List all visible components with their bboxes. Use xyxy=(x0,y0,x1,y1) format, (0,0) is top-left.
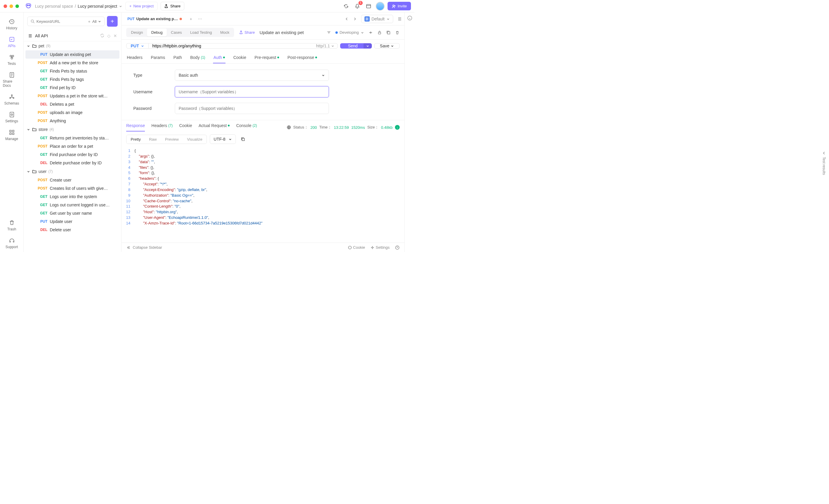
save-button[interactable]: Save xyxy=(374,43,400,48)
avatar[interactable] xyxy=(376,2,385,11)
share-button[interactable]: Share xyxy=(160,2,185,10)
prev-tab-icon[interactable] xyxy=(345,17,349,21)
api-row[interactable]: PUTUpdate an existing pet xyxy=(26,50,119,59)
mode-design[interactable]: Design xyxy=(127,29,147,36)
resp-tab-cookie[interactable]: Cookie xyxy=(179,123,192,131)
new-project-button[interactable]: + New project xyxy=(125,2,157,10)
tab-post-response[interactable]: Post-response xyxy=(287,52,318,63)
api-row[interactable]: GETFind pet by ID xyxy=(24,83,121,92)
info-icon[interactable] xyxy=(407,15,412,21)
request-tab[interactable]: PUT Update an existing p… xyxy=(124,14,185,24)
api-row[interactable]: POSTCreates list of users with give… xyxy=(24,184,121,192)
download-icon[interactable]: ↓ xyxy=(395,125,400,130)
collapse-icon[interactable] xyxy=(126,245,130,249)
api-row[interactable]: POSTUpdates a pet in the store wit… xyxy=(24,92,121,100)
tab-auth[interactable]: Auth xyxy=(213,52,226,63)
resp-tab-response[interactable]: Response xyxy=(126,123,145,131)
maximize-window[interactable] xyxy=(15,4,19,8)
password-input[interactable] xyxy=(175,103,329,114)
api-row[interactable]: GETLogs user into the system xyxy=(24,192,121,201)
resp-tab-headers[interactable]: Headers(7) xyxy=(151,123,173,131)
menu-icon[interactable] xyxy=(397,16,402,21)
chevron-down-icon[interactable] xyxy=(119,4,122,8)
minimize-window[interactable] xyxy=(9,4,13,8)
lock-icon[interactable] xyxy=(377,30,382,35)
rail-history[interactable]: History xyxy=(3,15,21,33)
tab-path[interactable]: Path xyxy=(173,52,182,63)
close-window[interactable] xyxy=(4,4,7,8)
view-raw[interactable]: Raw xyxy=(145,135,161,144)
copy-icon[interactable] xyxy=(386,30,391,35)
status-pill[interactable]: Developing xyxy=(335,30,364,35)
rail-share-docs[interactable]: Share Docs xyxy=(3,69,21,91)
view-pretty[interactable]: Pretty xyxy=(127,135,145,144)
encoding-select[interactable]: UTF-8 xyxy=(210,134,236,144)
folder-row[interactable]: store(4) xyxy=(24,125,121,134)
url-input[interactable] xyxy=(152,43,310,48)
collapse-sidebar[interactable]: Collapse Sidebar xyxy=(133,245,162,249)
response-body[interactable]: 1{2 "args": {},3 "data": "",4 "files": {… xyxy=(121,147,404,242)
send-dropdown[interactable] xyxy=(364,43,372,48)
search-box[interactable]: ● All xyxy=(27,16,105,26)
trash-icon[interactable] xyxy=(395,30,400,35)
api-row[interactable]: POSTAnything xyxy=(24,117,121,125)
rail-trash[interactable]: Trash xyxy=(3,217,21,234)
api-row[interactable]: GETReturns pet inventories by sta… xyxy=(24,134,121,142)
rail-support[interactable]: Support xyxy=(3,234,21,252)
auth-type-select[interactable]: Basic auth xyxy=(175,70,329,81)
api-row[interactable]: GETFinds Pets by tags xyxy=(24,75,121,83)
help-icon[interactable] xyxy=(395,245,400,250)
api-row[interactable]: GETFind purchase order by ID xyxy=(24,150,121,159)
folder-row[interactable]: pet(9) xyxy=(24,41,121,50)
mode-mock[interactable]: Mock xyxy=(216,29,233,36)
rail-settings[interactable]: Settings xyxy=(3,108,21,126)
workspace-name[interactable]: Lucy personal space xyxy=(35,4,73,9)
tab-pre-request[interactable]: Pre-request xyxy=(254,52,280,63)
api-row[interactable]: PUTUpdate user xyxy=(24,217,121,226)
mode-load[interactable]: Load Testing xyxy=(186,29,216,36)
environment-select[interactable]: D Default xyxy=(361,15,393,23)
api-row[interactable]: POSTAdd a new pet to the store xyxy=(24,59,121,67)
method-select[interactable]: PUT xyxy=(127,43,149,48)
send-button[interactable]: Send xyxy=(340,43,365,48)
tab-params[interactable]: Params xyxy=(150,52,166,63)
add-tab-button[interactable]: + xyxy=(188,15,194,23)
all-api-row[interactable]: All API ◇ ✕ xyxy=(24,30,121,41)
api-row[interactable]: GETFinds Pets by status xyxy=(24,67,121,75)
api-row[interactable]: POSTuploads an image xyxy=(24,108,121,117)
invite-button[interactable]: Invite xyxy=(388,2,411,10)
api-row[interactable]: DELDeletes a pet xyxy=(24,100,121,108)
tab-body[interactable]: Body(1) xyxy=(190,52,206,63)
resp-tab-actual[interactable]: Actual Request xyxy=(199,123,229,131)
notifications-button[interactable]: 5 xyxy=(353,2,361,10)
tab-headers[interactable]: Headers xyxy=(126,52,143,63)
mode-cases[interactable]: Cases xyxy=(167,29,186,36)
rail-tests[interactable]: Tests xyxy=(3,51,21,69)
diamond-icon[interactable]: ◇ xyxy=(107,34,110,38)
resp-tab-console[interactable]: Console(2) xyxy=(236,123,257,131)
rail-manage[interactable]: Manage xyxy=(3,126,21,144)
api-row[interactable]: GETGet user by user name xyxy=(24,209,121,217)
username-input[interactable] xyxy=(175,86,329,98)
view-visualize[interactable]: Visualize xyxy=(183,135,207,144)
footer-settings[interactable]: Settings xyxy=(370,245,390,249)
add-button[interactable]: + xyxy=(107,16,118,27)
close-icon[interactable]: ✕ xyxy=(113,34,117,38)
view-preview[interactable]: Preview xyxy=(161,135,183,144)
next-tab-icon[interactable] xyxy=(353,17,357,21)
api-row[interactable]: POSTPlace an order for a pet xyxy=(24,142,121,150)
api-row[interactable]: DELDelete purchase order by ID xyxy=(24,159,121,167)
search-input[interactable] xyxy=(36,19,86,24)
protocol-select[interactable]: http/1.1 xyxy=(313,43,338,48)
filter-select[interactable]: All xyxy=(93,19,101,24)
tab-menu-icon[interactable]: ⋯ xyxy=(196,15,204,23)
project-name[interactable]: Lucy personal project xyxy=(78,4,117,9)
rail-apis[interactable]: APIs xyxy=(3,33,21,51)
rail-schemas[interactable]: Schemas xyxy=(3,91,21,108)
panel-icon[interactable] xyxy=(364,2,373,10)
api-row[interactable]: DELDelete user xyxy=(24,226,121,234)
refresh-icon[interactable] xyxy=(100,34,104,38)
sort-icon[interactable] xyxy=(326,30,331,35)
folder-row[interactable]: user(7) xyxy=(24,167,121,176)
mode-debug[interactable]: Debug xyxy=(147,29,167,36)
